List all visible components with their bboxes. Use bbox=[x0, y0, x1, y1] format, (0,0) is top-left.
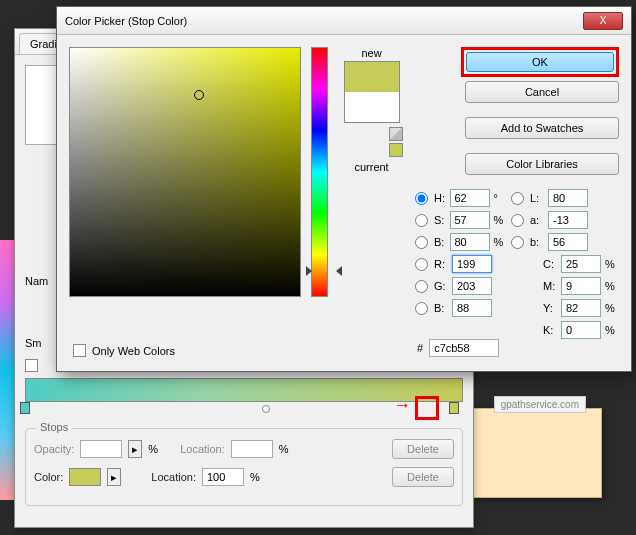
gradient-stop-right[interactable] bbox=[449, 402, 459, 414]
k-label: K: bbox=[543, 324, 557, 336]
saturation-value-box[interactable] bbox=[69, 47, 301, 297]
m-input[interactable] bbox=[561, 277, 601, 295]
annotation-ok-highlight: OK bbox=[461, 47, 619, 77]
location-input-2[interactable] bbox=[202, 468, 244, 486]
r-input[interactable] bbox=[452, 255, 492, 273]
c-input[interactable] bbox=[561, 255, 601, 273]
gradient-stop-left[interactable] bbox=[20, 402, 30, 414]
s-input[interactable] bbox=[450, 211, 490, 229]
h-radio[interactable] bbox=[415, 192, 428, 205]
y-label: Y: bbox=[543, 302, 557, 314]
b-lab-radio[interactable] bbox=[511, 236, 524, 249]
b-hsb-input[interactable] bbox=[450, 233, 490, 251]
current-color-swatch[interactable] bbox=[345, 92, 399, 122]
opacity-input bbox=[80, 440, 122, 458]
compare-swatch bbox=[344, 61, 400, 123]
new-color-swatch[interactable] bbox=[345, 62, 399, 92]
opacity-dropdown: ▸ bbox=[128, 440, 142, 458]
g-input[interactable] bbox=[452, 277, 492, 295]
add-to-swatches-button[interactable]: Add to Swatches bbox=[465, 117, 619, 139]
h-input[interactable] bbox=[450, 189, 490, 207]
g-radio[interactable] bbox=[415, 280, 428, 293]
b-rgb-input[interactable] bbox=[452, 299, 492, 317]
background-url-fragment: gpathservice.com bbox=[494, 396, 586, 413]
gradient-bar-wrap: → bbox=[25, 378, 463, 402]
nearest-websafe-swatch[interactable] bbox=[389, 143, 403, 157]
h-label: H: bbox=[434, 192, 446, 204]
a-label: a: bbox=[530, 214, 544, 226]
l-radio[interactable] bbox=[511, 192, 524, 205]
only-web-colors-label: Only Web Colors bbox=[92, 345, 175, 357]
b-lab-label: b: bbox=[530, 236, 544, 248]
s-radio[interactable] bbox=[415, 214, 428, 227]
opacity-unit: % bbox=[148, 443, 158, 455]
color-label: Color: bbox=[34, 471, 63, 483]
location-label-1: Location: bbox=[180, 443, 225, 455]
b-lab-input[interactable] bbox=[548, 233, 588, 251]
close-button[interactable]: X bbox=[583, 12, 623, 30]
hex-hash-label: # bbox=[417, 342, 423, 354]
location-label-2: Location: bbox=[151, 471, 196, 483]
color-picker-title: Color Picker (Stop Color) bbox=[65, 15, 187, 27]
delete-color-stop-button: Delete bbox=[392, 467, 454, 487]
s-label: S: bbox=[434, 214, 446, 226]
color-picker-titlebar[interactable]: Color Picker (Stop Color) X bbox=[57, 7, 631, 35]
stops-group: Stops Opacity: ▸ % Location: % Delete Co… bbox=[25, 428, 463, 506]
l-input[interactable] bbox=[548, 189, 588, 207]
h-unit: ° bbox=[494, 192, 506, 204]
new-label: new bbox=[361, 47, 381, 59]
m-label: M: bbox=[543, 280, 557, 292]
y-unit: % bbox=[605, 302, 619, 314]
sticky-note bbox=[472, 408, 602, 498]
hex-input[interactable] bbox=[429, 339, 499, 357]
r-label: R: bbox=[434, 258, 448, 270]
r-radio[interactable] bbox=[415, 258, 428, 271]
cancel-button[interactable]: Cancel bbox=[465, 81, 619, 103]
stops-legend: Stops bbox=[36, 421, 72, 433]
g-label: G: bbox=[434, 280, 448, 292]
gamut-warning-icon[interactable] bbox=[389, 127, 403, 141]
k-input[interactable] bbox=[561, 321, 601, 339]
b-hsb-label: B: bbox=[434, 236, 446, 248]
color-picker-dialog: Color Picker (Stop Color) X new current … bbox=[56, 6, 632, 372]
color-libraries-button[interactable]: Color Libraries bbox=[465, 153, 619, 175]
annotation-arrow: → bbox=[393, 395, 411, 416]
annotation-highlight-box bbox=[415, 396, 439, 420]
location-unit-2: % bbox=[250, 471, 260, 483]
hue-slider-handle[interactable] bbox=[306, 266, 312, 276]
b-hsb-unit: % bbox=[494, 236, 506, 248]
k-unit: % bbox=[605, 324, 619, 336]
stop-color-dropdown[interactable]: ▸ bbox=[107, 468, 121, 486]
a-input[interactable] bbox=[548, 211, 588, 229]
a-radio[interactable] bbox=[511, 214, 524, 227]
location-input-1 bbox=[231, 440, 273, 458]
gradient-midpoint[interactable] bbox=[262, 405, 270, 413]
delete-opacity-stop-button: Delete bbox=[392, 439, 454, 459]
ok-button[interactable]: OK bbox=[466, 52, 614, 72]
opacity-label: Opacity: bbox=[34, 443, 74, 455]
y-input[interactable] bbox=[561, 299, 601, 317]
b-rgb-label: B: bbox=[434, 302, 448, 314]
sv-marker[interactable] bbox=[194, 90, 204, 100]
stop-color-swatch[interactable] bbox=[69, 468, 101, 486]
only-web-colors-checkbox[interactable] bbox=[73, 344, 86, 357]
m-unit: % bbox=[605, 280, 619, 292]
current-label: current bbox=[354, 161, 388, 173]
l-label: L: bbox=[530, 192, 544, 204]
s-unit: % bbox=[494, 214, 506, 226]
location-unit-1: % bbox=[279, 443, 289, 455]
b-hsb-radio[interactable] bbox=[415, 236, 428, 249]
c-label: C: bbox=[543, 258, 557, 270]
hue-slider[interactable] bbox=[311, 47, 328, 297]
smoothness-checkbox[interactable] bbox=[25, 359, 38, 372]
b-rgb-radio[interactable] bbox=[415, 302, 428, 315]
c-unit: % bbox=[605, 258, 619, 270]
